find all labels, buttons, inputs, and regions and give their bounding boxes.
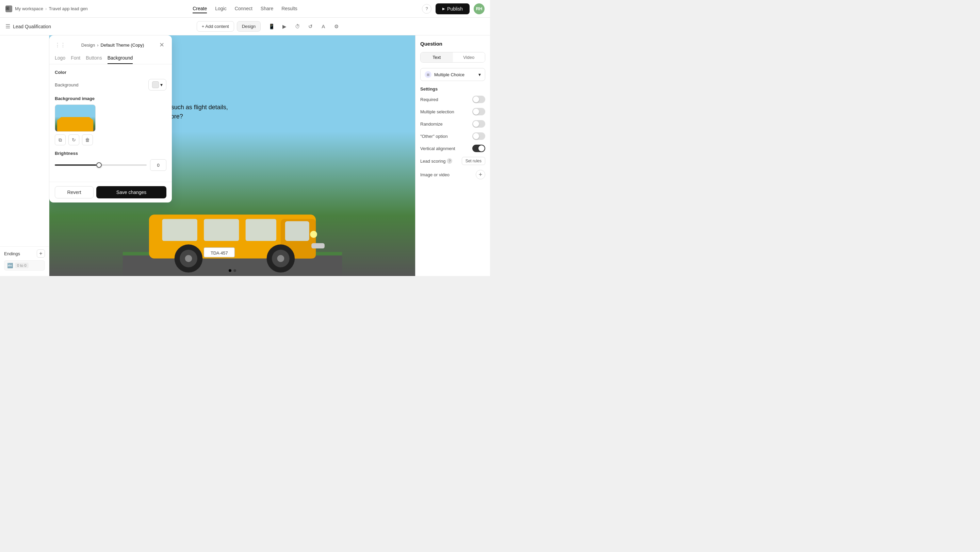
tab-video-button[interactable]: Video — [453, 52, 485, 62]
lead-scoring-row: Lead scoring ? Set rules — [420, 157, 485, 165]
top-nav: ⊞ My workspace › Travel app lead gen Cre… — [0, 0, 490, 18]
tab-results[interactable]: Results — [282, 5, 298, 13]
svg-rect-16 — [311, 243, 325, 248]
tab-connect[interactable]: Connect — [235, 5, 253, 13]
design-crumb[interactable]: Design — [81, 43, 95, 48]
breadcrumb-sep: › — [45, 6, 47, 11]
nav-center: Create Logic Connect Share Results — [192, 5, 298, 13]
ending-badge: 0 to 0 — [15, 263, 29, 268]
setting-multiple-selection: Multiple selection — [420, 108, 485, 115]
bg-color-label: Background — [55, 82, 78, 87]
question-type-dropdown[interactable]: ⊞ Multiple Choice ▾ — [420, 68, 485, 81]
color-swatch — [152, 81, 159, 88]
nav-right: ? Publish RH — [301, 3, 485, 14]
multiple-selection-toggle[interactable] — [472, 108, 485, 115]
van-thumbnail — [55, 115, 95, 131]
overlay-breadcrumb: Design › Default Theme (Copy) — [81, 43, 144, 48]
close-button[interactable]: ✕ — [157, 40, 166, 50]
tab-logo[interactable]: Logo — [55, 52, 65, 64]
settings-section-title: Settings — [420, 86, 485, 92]
drag-handle-icon[interactable]: ⋮⋮ — [55, 42, 66, 48]
sidebar-toggle-icon[interactable]: ☰ — [5, 23, 10, 30]
setting-required: Required — [420, 95, 485, 103]
design-button[interactable]: Design — [237, 21, 261, 32]
delete-image-icon[interactable]: 🗑 — [82, 134, 93, 145]
vertical-alignment-toggle[interactable] — [472, 145, 485, 152]
brightness-section: Brightness 0 — [55, 151, 166, 171]
sidebar-endings: Endings + 🔤 0 to 0 — [0, 247, 49, 273]
tab-logic[interactable]: Logic — [215, 5, 226, 13]
setting-other-option: "Other" option — [420, 132, 485, 140]
settings-icon[interactable]: ⚙ — [331, 21, 342, 32]
set-rules-button[interactable]: Set rules — [462, 157, 485, 165]
refresh-icon[interactable]: ↺ — [305, 21, 316, 32]
bg-image-section: Background image ⧉ ↻ 🗑 — [55, 96, 166, 145]
dot-2 — [234, 269, 236, 272]
svg-point-17 — [310, 231, 317, 238]
help-icon[interactable]: ? — [422, 4, 431, 14]
brightness-slider[interactable] — [55, 164, 147, 166]
tab-create[interactable]: Create — [192, 5, 207, 13]
ending-item-icon: 🔤 — [7, 263, 13, 268]
required-toggle[interactable] — [472, 95, 485, 103]
svg-rect-6 — [204, 219, 239, 240]
theme-crumb: Default Theme (Copy) — [101, 43, 144, 48]
overlay-header: ⋮⋮ Design › Default Theme (Copy) ✕ — [49, 35, 172, 50]
color-section-title: Color — [55, 70, 166, 75]
svg-rect-5 — [162, 219, 197, 240]
color-picker-button[interactable]: ▾ — [148, 79, 166, 91]
publish-button[interactable]: Publish — [436, 3, 469, 14]
tab-font[interactable]: Font — [71, 52, 80, 64]
lead-scoring-label: Lead scoring ? — [420, 158, 452, 164]
image-video-row: Image or video + — [420, 170, 485, 179]
design-overlay: ⋮⋮ Design › Default Theme (Copy) ✕ Logo … — [49, 35, 172, 202]
overlay-footer: Revert Save changes — [49, 182, 172, 202]
add-image-video-button[interactable]: + — [476, 170, 485, 179]
multiple-selection-label: Multiple selection — [420, 109, 454, 115]
tab-background[interactable]: Background — [108, 52, 133, 64]
crumb-sep: › — [97, 43, 98, 48]
svg-point-13 — [277, 255, 284, 262]
add-ending-button[interactable]: + — [37, 250, 45, 258]
other-option-toggle[interactable] — [472, 132, 485, 140]
replace-image-icon[interactable]: ↻ — [68, 134, 79, 145]
bg-thumbnail — [55, 105, 95, 132]
canvas: ⋮⋮ Design › Default Theme (Copy) ✕ Logo … — [49, 35, 415, 276]
lead-scoring-hint-icon[interactable]: ? — [447, 158, 452, 164]
save-changes-button[interactable]: Save changes — [96, 186, 166, 199]
play-icon[interactable]: ▶ — [279, 21, 290, 32]
dropdown-label: ⊞ Multiple Choice — [425, 71, 465, 78]
toolbar: ☰ Lead Qualification + Add content Desig… — [0, 18, 490, 35]
add-content-button[interactable]: + Add content — [197, 21, 234, 32]
svg-rect-4 — [285, 221, 309, 241]
workspace-icon: ⊞ — [5, 5, 12, 12]
tab-text-button[interactable]: Text — [421, 52, 453, 62]
question-type-label: Multiple Choice — [434, 72, 465, 77]
tab-share[interactable]: Share — [261, 5, 273, 13]
other-option-label: "Other" option — [420, 134, 448, 139]
bg-image-label: Background image — [55, 96, 166, 101]
revert-button[interactable]: Revert — [55, 186, 94, 199]
brightness-value[interactable]: 0 — [150, 159, 166, 171]
panel-tabs: Text Video — [420, 52, 485, 63]
timer-icon[interactable]: ⏱ — [292, 21, 303, 32]
ending-item[interactable]: 🔤 0 to 0 — [4, 260, 45, 270]
tab-buttons[interactable]: Buttons — [86, 52, 102, 64]
color-row: Background ▾ — [55, 79, 166, 91]
panel-title: Question — [420, 41, 485, 47]
workspace-label[interactable]: My workspace — [15, 6, 43, 11]
svg-point-10 — [185, 255, 192, 262]
svg-rect-7 — [245, 219, 276, 240]
image-video-label: Image or video — [420, 172, 450, 177]
setting-vertical-alignment: Vertical alignment — [420, 145, 485, 152]
randomize-toggle[interactable] — [472, 120, 485, 127]
multiple-choice-icon: ⊞ — [425, 71, 431, 78]
toolbar-center: + Add content Design 📱 ▶ ⏱ ↺ A ⚙ — [54, 21, 485, 32]
overlay-body: Color Background ▾ Background image ⧉ — [49, 64, 172, 182]
randomize-label: Randomize — [420, 121, 443, 127]
slider-thumb[interactable] — [96, 162, 102, 168]
duplicate-image-icon[interactable]: ⧉ — [55, 134, 66, 145]
language-icon[interactable]: A — [318, 21, 329, 32]
mobile-icon[interactable]: 📱 — [266, 21, 277, 32]
project-name[interactable]: Travel app lead gen — [49, 6, 88, 11]
